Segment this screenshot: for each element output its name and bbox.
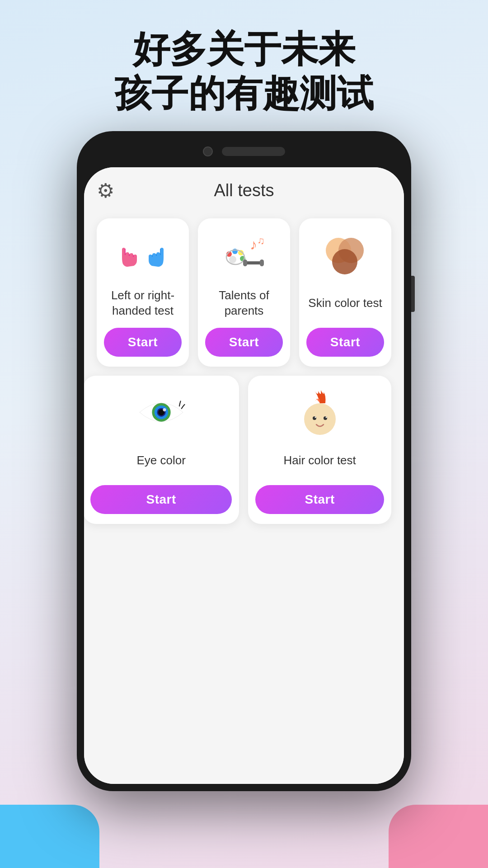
app-content: ⚙ All tests bbox=[84, 167, 404, 784]
svg-rect-8 bbox=[260, 259, 264, 266]
phone-screen: ⚙ All tests bbox=[84, 167, 404, 784]
card-skin-color-start-btn[interactable]: Start bbox=[306, 328, 384, 357]
card-hair-color-start-btn[interactable]: Start bbox=[255, 485, 384, 514]
svg-point-19 bbox=[304, 403, 336, 435]
card-left-right-handed-start-btn[interactable]: Start bbox=[104, 328, 182, 357]
phone-speaker bbox=[222, 147, 285, 156]
hair-color-icon bbox=[297, 387, 343, 437]
settings-icon[interactable]: ⚙ bbox=[97, 179, 114, 202]
main-headline: 好多关于未来 孩子的有趣测试 bbox=[0, 27, 488, 116]
skin-color-icon bbox=[320, 235, 370, 275]
card-eye-color: Eye color Start bbox=[84, 376, 239, 524]
app-title: All tests bbox=[214, 181, 274, 200]
svg-point-13 bbox=[332, 249, 357, 274]
bg-blue-corner bbox=[0, 805, 99, 868]
hands-icon bbox=[118, 241, 167, 269]
cards-row-2: Eye color Start bbox=[97, 376, 391, 524]
card-talents: ♪ ♫ Talents of parents Start bbox=[198, 218, 290, 367]
card-hair-color-title: Hair color test bbox=[283, 445, 356, 476]
svg-point-18 bbox=[163, 408, 166, 411]
eye-icon-area bbox=[136, 387, 186, 437]
svg-text:♫: ♫ bbox=[257, 235, 265, 246]
talents-icon-area: ♪ ♫ bbox=[219, 230, 269, 280]
blue-hand-icon bbox=[144, 241, 167, 269]
eye-icon-svg bbox=[136, 390, 186, 435]
card-skin-color: Skin color test Start bbox=[299, 218, 391, 367]
talents-icon: ♪ ♫ bbox=[219, 232, 269, 278]
cards-row-1: Left or right-handed test Start bbox=[97, 218, 391, 367]
card-left-right-handed: Left or right-handed test Start bbox=[97, 218, 189, 367]
svg-point-22 bbox=[314, 417, 316, 418]
svg-point-23 bbox=[325, 417, 327, 418]
phone-frame: ⚙ All tests bbox=[77, 131, 411, 791]
svg-point-0 bbox=[229, 256, 236, 263]
hands-icon-area bbox=[118, 230, 168, 280]
card-talents-title: Talents of parents bbox=[205, 288, 283, 319]
card-hair-color: Hair color test Start bbox=[248, 376, 391, 524]
card-talents-start-btn[interactable]: Start bbox=[205, 328, 283, 357]
skin-icon-area bbox=[320, 230, 370, 280]
hair-icon-area bbox=[295, 387, 345, 437]
svg-text:♪: ♪ bbox=[250, 236, 257, 253]
app-header: ⚙ All tests bbox=[97, 181, 391, 200]
svg-rect-7 bbox=[243, 259, 247, 266]
card-skin-color-title: Skin color test bbox=[308, 288, 382, 319]
hair-icon-svg bbox=[297, 387, 343, 437]
phone-camera bbox=[203, 146, 213, 156]
skin-circles-svg bbox=[320, 235, 370, 275]
pink-hand-icon bbox=[118, 241, 142, 269]
card-eye-color-start-btn[interactable]: Start bbox=[90, 485, 232, 514]
talents-svg: ♪ ♫ bbox=[219, 232, 269, 278]
phone-side-button bbox=[411, 276, 415, 312]
phone-top-bar bbox=[77, 131, 411, 172]
bg-pink-corner bbox=[389, 805, 488, 868]
card-left-right-handed-title: Left or right-handed test bbox=[104, 288, 182, 319]
card-eye-color-title: Eye color bbox=[136, 445, 185, 476]
